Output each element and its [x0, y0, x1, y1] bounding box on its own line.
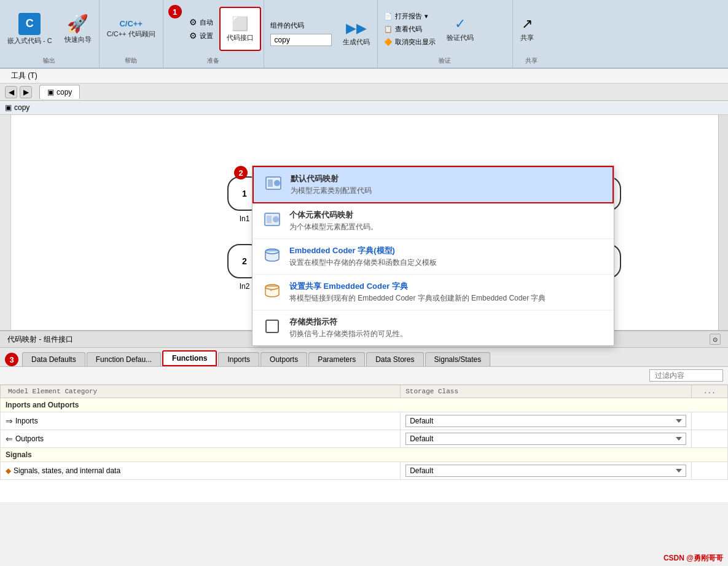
tab-signals-states[interactable]: Signals/States [425, 352, 491, 366]
toolbar: C 嵌入式代码 - C 🚀 快速向导 输出 C/C++ C/C++ 代码顾问 帮… [0, 0, 728, 69]
toolbar-section-prepare: 1 ⚙ 自动 ⚙ 设置 ⬜ 代码接口 准备 [163, 0, 264, 68]
outports-arrow-icon: ⇐ [6, 434, 13, 444]
component-code-button[interactable]: 组件的代码 [267, 20, 335, 31]
dropdown-item-default-mapping[interactable]: 默认代码映射 为模型元素类别配置代码 [252, 166, 614, 203]
toolbar-section-generate: 组件的代码 ▶▶ 生成代码 [264, 0, 378, 68]
canvas-scrollbar[interactable] [718, 115, 728, 330]
svg-point-5 [273, 216, 279, 222]
toolbar-section-help: C/C++ C/C++ 代码顾问 帮助 [100, 0, 163, 68]
generate-code-icon: ▶▶ [346, 20, 367, 36]
badge-3: 3 [5, 353, 18, 366]
table-container: Model Element Category Storage Class ...… [0, 385, 728, 502]
tab-functions[interactable]: Functions [162, 350, 217, 366]
filter-input[interactable] [649, 369, 723, 382]
col-header-storage: Storage Class [401, 385, 692, 398]
table-row-outports: ⇐ Outports Default Auto [1, 430, 728, 448]
section-signals: Signals [1, 448, 728, 462]
tab-data-defaults[interactable]: Data Defaults [22, 352, 85, 366]
share-icon: ↗ [522, 16, 533, 32]
bottom-panel-controls: ⊙ [710, 334, 721, 345]
menubar: 工具 (T) [0, 69, 728, 84]
toolbar-section-share: ↗ 共享 共享 [513, 0, 550, 68]
badge-2: 2 [234, 166, 248, 179]
code-interface-button[interactable]: ⬜ 代码接口 [219, 7, 261, 51]
generate-code-button[interactable]: ▶▶ 生成代码 [338, 11, 375, 55]
dropdown-item-ec-dict-shared[interactable]: + 设置共享 Embedded Coder 字典 将模型链接到现有的 Embed… [252, 275, 614, 310]
validate-icon: ✓ [455, 16, 466, 32]
dropdown-item-individual-mapping[interactable]: 个体元素代码映射 为个体模型元素配置代码。 [252, 203, 614, 239]
tools-menu[interactable]: 工具 (T) [5, 69, 44, 82]
nav-forward[interactable]: ▶ [20, 86, 32, 98]
view-code-icon: 📋 [384, 25, 393, 33]
bottom-tabs: 3 Data Defaults Function Defau... Functi… [0, 348, 728, 367]
embed-c-icon: C [18, 13, 41, 35]
in2-label: In2 [240, 282, 250, 291]
tab-data-stores[interactable]: Data Stores [366, 352, 423, 366]
open-report-button[interactable]: 📄 打开报告 ▾ [380, 10, 439, 22]
auto-icon: ⚙ [189, 17, 197, 27]
cpp-code-button[interactable]: C/C++ C/C++ 代码顾问 [102, 7, 160, 51]
storage-indicator-icon [262, 316, 282, 336]
svg-text:+: + [270, 288, 273, 293]
filter-row [0, 367, 728, 385]
svg-rect-11 [266, 320, 278, 332]
bottom-panel: 代码映射 - 组件接口 ⊙ 3 Data Defaults Function D… [0, 330, 728, 502]
canvas-header: ▣ copy [0, 101, 728, 115]
inports-arrow-icon: ⇒ [6, 416, 13, 426]
validate-code-button[interactable]: ✓ 验证代码 [442, 7, 479, 51]
code-interface-icon: ⬜ [232, 16, 248, 32]
tab-function-defaults[interactable]: Function Defau... [87, 352, 161, 366]
individual-mapping-icon [262, 210, 282, 229]
auto-button[interactable]: ⚙ 自动 [186, 16, 217, 28]
toolbar-section-output: C 嵌入式代码 - C 🚀 快速向导 输出 [0, 0, 100, 68]
signals-storage-select[interactable]: Default Auto [405, 465, 686, 477]
data-table: Model Element Category Storage Class ...… [0, 385, 728, 480]
dropdown-item-ec-dict-model[interactable]: Embedded Coder 字典(模型) 设置在模型中存储的存储类和函数自定义… [252, 239, 614, 275]
quick-wizard-button[interactable]: 🚀 快速向导 [60, 7, 96, 51]
table-row-signals: ◆ Signals, states, and internal data Def… [1, 462, 728, 480]
settings-icon: ⚙ [189, 31, 197, 41]
svg-rect-1 [268, 179, 273, 187]
default-mapping-icon [264, 173, 283, 193]
signals-diamond-icon: ◆ [6, 466, 11, 475]
svg-rect-4 [267, 216, 272, 223]
dropdown-item-storage-indicator[interactable]: 存储类指示符 切换信号上存储类指示符的可见性。 [252, 310, 614, 345]
section-inports-outports: Inports and Outports [1, 398, 728, 412]
col-header-extra: ... [691, 385, 727, 398]
cpp-icon: C/C++ [119, 19, 143, 28]
tab-inports[interactable]: Inports [218, 352, 259, 366]
table-row-inports: ⇒ Inports Default Auto [1, 412, 728, 430]
cancel-highlight-button[interactable]: 🔶 取消突出显示 [380, 36, 439, 48]
col-header-category: Model Element Category [1, 385, 401, 398]
ec-dict-shared-icon: + [262, 281, 282, 301]
nav-arrows: ◀ ▶ [5, 86, 32, 98]
tab-copy[interactable]: ▣ copy [39, 85, 80, 99]
quick-wizard-icon: 🚀 [67, 14, 88, 34]
settings-button[interactable]: ⚙ 设置 [186, 29, 217, 42]
tabbar: ◀ ▶ ▣ copy [0, 84, 728, 101]
canvas-icon: ▣ [5, 103, 12, 112]
copy-input[interactable] [270, 34, 332, 46]
open-report-icon: 📄 [384, 12, 393, 20]
embed-c-button[interactable]: C 嵌入式代码 - C [2, 7, 57, 51]
left-panel [0, 115, 11, 330]
nav-back[interactable]: ◀ [5, 86, 17, 98]
bottom-expand-button[interactable]: ⊙ [710, 334, 721, 345]
outports-storage-select[interactable]: Default Auto [405, 433, 686, 445]
tab-icon: ▣ [47, 88, 54, 96]
toolbar-section-validate: 📄 打开报告 ▾ 📋 查看代码 🔶 取消突出显示 ✓ 验证代码 验证 [378, 0, 513, 68]
view-code-button[interactable]: 📋 查看代码 [380, 23, 439, 35]
badge-1: 1 [168, 5, 182, 18]
tab-outports[interactable]: Outports [260, 352, 307, 366]
tab-parameters[interactable]: Parameters [308, 352, 365, 366]
watermark: CSDN @勇刚哥哥 [663, 553, 723, 564]
inports-storage-select[interactable]: Default Auto [405, 415, 686, 427]
svg-point-2 [274, 180, 280, 186]
in1-label: In1 [240, 214, 250, 223]
share-button[interactable]: ↗ 共享 [515, 7, 539, 51]
ec-dict-model-icon [262, 245, 282, 265]
dropdown-menu: 2 默认代码映射 为模型元素类别配置代码 个体元素代码映射 为个体模型元素配置代… [252, 165, 614, 346]
cancel-icon: 🔶 [384, 38, 393, 46]
